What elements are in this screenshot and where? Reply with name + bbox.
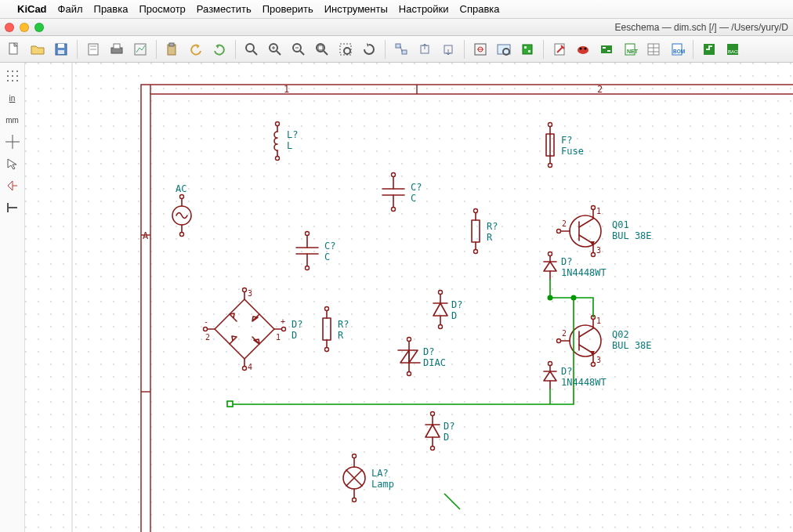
svg-text:L?: L? [287,129,298,140]
svg-point-98 [392,173,396,177]
hier-enter-button[interactable] [437,39,459,60]
menu-view[interactable]: Просмотр [139,3,185,15]
svg-point-120 [325,307,329,311]
menu-tools[interactable]: Инструменты [324,3,388,15]
svg-point-175 [592,206,596,210]
zoom-out-button[interactable] [288,39,310,60]
svg-point-152 [439,325,443,329]
svg-text:C?: C? [411,182,422,193]
menu-help[interactable]: Справка [460,3,500,15]
app-name[interactable]: KiCad [17,3,47,15]
svg-point-121 [325,348,329,352]
plot-button[interactable] [129,39,151,60]
hidden-pins-button[interactable] [2,176,23,196]
svg-text:BUL 38E: BUL 38E [612,230,652,241]
paste-button[interactable] [161,39,183,60]
svg-text:D?: D? [561,256,572,267]
svg-rect-42 [601,45,612,53]
svg-text:D?: D? [423,346,434,357]
find-button[interactable] [241,39,263,60]
pcb-back-button[interactable]: BACK [722,39,744,60]
footprint-editor-button[interactable] [516,39,538,60]
print-button[interactable] [106,39,128,60]
svg-text:2: 2 [562,329,567,338]
save-button[interactable] [50,39,72,60]
svg-text:-: - [204,317,208,326]
svg-point-90 [276,122,280,126]
svg-text:D?: D? [444,421,454,432]
svg-text:F?: F? [561,135,572,146]
zoom-fit-button[interactable] [311,39,333,60]
svg-point-167 [407,372,411,376]
svg-rect-9 [135,44,146,55]
svg-rect-26 [396,44,400,48]
svg-point-107 [306,266,310,270]
svg-point-56 [7,71,9,72]
redo-button[interactable] [208,39,230,60]
menu-inspect[interactable]: Проверить [263,3,313,15]
svg-text:BACK: BACK [728,49,740,54]
svg-text:R: R [487,232,493,243]
hier-nav-button[interactable] [390,39,412,60]
netlist-button[interactable]: NET [619,39,641,60]
svg-point-137 [204,328,208,331]
symbol-editor-button[interactable] [469,39,491,60]
svg-point-41 [585,47,587,49]
erc-button[interactable] [572,39,594,60]
svg-text:1: 1 [276,333,281,342]
cursor-full-button[interactable] [2,132,23,152]
undo-button[interactable] [185,39,207,60]
annotate-button[interactable] [549,39,570,60]
hier-leave-button[interactable] [414,39,436,60]
svg-rect-36 [524,46,527,49]
symbol-fields-button[interactable] [643,39,664,60]
zoom-in-button[interactable] [264,39,286,60]
toolbar-separator [693,40,693,59]
svg-rect-11 [169,43,174,46]
zoom-window-button[interactable] [335,39,357,60]
cvpcb-button[interactable] [596,39,617,60]
svg-text:Q02: Q02 [612,329,629,340]
symbol-browser-button[interactable] [493,39,515,60]
cursor-std-button[interactable] [2,154,23,174]
bus-direction-button[interactable] [2,197,23,218]
svg-point-177 [592,253,596,257]
window-titlebar: Eeschema — dim.sch [/] — /Users/yury/D [0,19,793,36]
window-close-button[interactable] [5,23,14,32]
svg-point-91 [276,157,280,161]
page-setup-button[interactable] [82,39,104,60]
svg-text:C: C [411,193,416,204]
open-button[interactable] [27,39,49,60]
units-in-button[interactable]: in [2,88,23,108]
refresh-button[interactable] [358,39,380,60]
menu-file[interactable]: Файл [58,3,83,15]
svg-point-40 [580,47,582,49]
svg-point-218 [353,498,357,502]
menu-preferences[interactable]: Настройки [399,3,449,15]
svg-text:D: D [291,330,297,341]
svg-point-58 [16,71,18,72]
schematic-svg[interactable]: 1 2 A AC [25,63,793,532]
svg-text:3: 3 [248,289,252,298]
svg-line-19 [300,51,304,55]
new-button[interactable] [3,39,25,60]
svg-text:D?: D? [451,299,462,310]
svg-point-39 [578,46,588,54]
bom-button[interactable]: BOM [666,39,688,60]
svg-rect-5 [90,45,96,47]
svg-text:1: 1 [596,207,601,215]
svg-text:C: C [324,252,330,262]
pcb-run-button[interactable] [698,39,720,60]
schematic-canvas[interactable]: 1 2 A AC [25,63,793,532]
svg-text:A: A [143,230,149,241]
svg-rect-37 [528,50,530,52]
svg-point-61 [16,75,18,77]
grid-toggle-button[interactable] [2,66,23,86]
window-zoom-button[interactable] [34,23,44,32]
menu-edit[interactable]: Правка [94,3,129,15]
menu-place[interactable]: Разместить [197,3,252,15]
units-mm-button[interactable]: mm [2,110,23,130]
svg-text:1N4448WT: 1N4448WT [561,267,607,278]
window-minimize-button[interactable] [20,23,29,32]
svg-text:4: 4 [248,363,252,371]
